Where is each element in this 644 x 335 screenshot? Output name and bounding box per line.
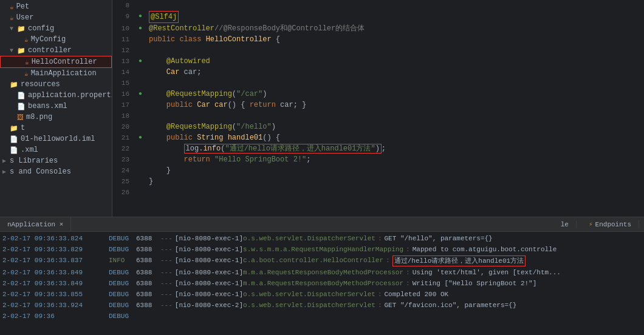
line-number: 22 [112, 143, 134, 154]
arrow-icon: ▶ [2, 157, 6, 164]
line-number: 15 [112, 78, 134, 89]
gutter-marker: ● [139, 11, 142, 22]
sidebar-item-xml[interactable]: 📄 .xml [0, 144, 112, 155]
log-level: DEBUG [109, 311, 136, 321]
gutter-marker: ● [139, 56, 142, 67]
sidebar-item-label: resources [21, 80, 60, 89]
line-code: @Autowired [146, 56, 644, 67]
line-gutter: ● [134, 89, 146, 100]
line-number: 10 [112, 23, 134, 34]
log-sep: : [406, 245, 410, 254]
panel-tab-endpoints[interactable]: ⚡ Endpoints [581, 220, 639, 228]
sidebar-item-pet[interactable]: ☕ Pet [0, 1, 112, 12]
code-line: 17 public Car car() { return car; } [112, 100, 644, 110]
log-pid: 6388 [136, 268, 158, 277]
sidebar-item-mainapplication[interactable]: ☕ MainApplication [0, 68, 112, 79]
java-icon: ☕ [24, 36, 29, 44]
line-gutter: ● [134, 23, 146, 34]
panel-tab-label: nApplication × [7, 221, 63, 228]
sidebar-item-label: t [21, 124, 25, 132]
sidebar-item-label: MainApplication [31, 69, 97, 78]
log-level: DEBUG [109, 289, 136, 299]
file-icon: 📄 [17, 92, 26, 100]
line-number: 25 [112, 176, 134, 187]
sidebar-item-t[interactable]: 📁 t [0, 123, 112, 134]
log-pid: 6388 [136, 289, 158, 299]
sidebar-item-m8png[interactable]: 🖼 m8.png [0, 112, 112, 123]
java-icon: ☕ [10, 3, 14, 11]
gutter-marker: ● [139, 23, 142, 34]
log-sep: : [406, 279, 410, 288]
bottom-panel: nApplication × le ⚡ Endpoints 2-02-17 09… [0, 217, 644, 335]
sidebar-item-myconfig[interactable]: ☕ MyConfig [0, 34, 112, 45]
code-content: 8 9 ● @Slf4j 10 ● @RestController//@Resp… [112, 0, 644, 198]
log-thread: [nio-8080-exec-1] [175, 279, 243, 288]
log-timestamp: 2-02-17 09:36:33.849 [2, 279, 109, 288]
sidebar-item-label: s Libraries [10, 157, 58, 165]
sidebar-item-resources[interactable]: 📁 resources [0, 79, 112, 90]
log-timestamp: 2-02-17 09:36:33.855 [2, 289, 109, 299]
log-sep: : [406, 268, 410, 277]
log-message: Using 'text/html', given [text/htm... [413, 268, 561, 277]
sidebar-item-controller[interactable]: ▼ 📁 controller [0, 45, 112, 56]
log-sep: --- [160, 300, 173, 310]
java-icon: ☕ [25, 58, 29, 66]
code-line: 10 ● @RestController//@ResponseBody和@Con… [112, 23, 644, 34]
log-timestamp: 2-02-17 09:36:33.924 [2, 300, 109, 310]
log-message: GET "/favicon.ico", parameters={} [384, 300, 516, 310]
panel-tab-label: le [561, 221, 569, 228]
line-gutter: ● [134, 11, 146, 22]
log-timestamp: 2-02-17 09:36:33.824 [2, 234, 109, 243]
log-sep: : [378, 300, 382, 310]
log-class: c.a.boot.controller.HelloController [243, 255, 383, 265]
log-level: DEBUG [109, 245, 136, 254]
file-icon: 📄 [10, 135, 18, 143]
sidebar-item-appprops[interactable]: 📄 application.properties [0, 90, 112, 101]
panel-tab-napplication[interactable]: nApplication × [0, 217, 71, 231]
log-container: 2-02-17 09:36:33.824 DEBUG 6388 --- [nio… [0, 232, 644, 335]
panel-tab-label: Endpoints [595, 221, 631, 228]
log-timestamp: 2-02-17 09:36 [2, 311, 109, 321]
file-icon: 📄 [10, 146, 18, 154]
sidebar-item-helloworld-iml[interactable]: 📄 01-helloworld.iml [0, 134, 112, 144]
log-thread: [nio-8080-exec-1] [175, 289, 243, 299]
code-line: 13 ● @Autowired [112, 56, 644, 67]
log-level: DEBUG [109, 279, 136, 288]
sidebar-item-beansxml[interactable]: 📄 beans.xml [0, 101, 112, 112]
code-line: 22 log.info("通过/hello请求路径，进入handle01方法")… [112, 143, 644, 154]
line-code: @RequestMapping("/hello") [146, 121, 644, 132]
line-number: 17 [112, 100, 134, 110]
sidebar-item-libraries[interactable]: ▶ s Libraries [0, 155, 112, 166]
line-code: @RestController//@ResponseBody和@Controll… [146, 23, 644, 34]
log-thread: [nio-8080-exec-1] [175, 245, 243, 254]
sidebar-item-label: HelloController [32, 58, 97, 66]
log-call-highlighted: log.info("通过/hello请求路径，进入handle01方法") [184, 144, 382, 154]
log-message-highlighted: 通过/hello请求路径，进入handle01方法 [392, 255, 526, 266]
line-gutter: ● [134, 132, 146, 143]
gutter-marker: ● [139, 132, 142, 143]
line-code: return "Hello SpringBoot 2!"; [146, 154, 644, 165]
line-code: public Car car() { return car; } [146, 100, 644, 110]
code-line: 9 ● @Slf4j [112, 11, 644, 23]
sidebar-item-config[interactable]: ▼ 📁 config [0, 23, 112, 34]
sidebar-item-user[interactable]: ☕ User [0, 12, 112, 23]
line-number: 23 [112, 154, 134, 165]
log-level: INFO [109, 255, 136, 265]
log-line: 2-02-17 09:36 DEBUG [0, 311, 644, 322]
line-number: 11 [112, 34, 134, 45]
log-level: DEBUG [109, 234, 136, 243]
line-number: 18 [112, 110, 134, 121]
log-line: 2-02-17 09:36:33.837 INFO 6388 --- [nio-… [0, 255, 644, 267]
log-sep: --- [160, 255, 173, 265]
sidebar-item-hellocontroller[interactable]: ☕ HelloController [0, 56, 112, 68]
log-line: 2-02-17 09:36:33.849 DEBUG 6388 --- [nio… [0, 267, 644, 278]
log-class: m.m.a.RequestResponseBodyMethodProcessor [243, 268, 403, 277]
slf4j-annotation: @Slf4j [149, 11, 179, 23]
log-line: 2-02-17 09:36:33.849 DEBUG 6388 --- [nio… [0, 278, 644, 289]
panel-tab-le[interactable]: le [553, 221, 577, 228]
log-pid: 6388 [136, 234, 158, 243]
log-thread: [nio-8080-exec-1] [175, 234, 243, 243]
line-code: Car car; [146, 67, 644, 78]
line-number: 21 [112, 132, 134, 143]
sidebar-item-consoles[interactable]: ▶ s and Consoles [0, 166, 112, 177]
